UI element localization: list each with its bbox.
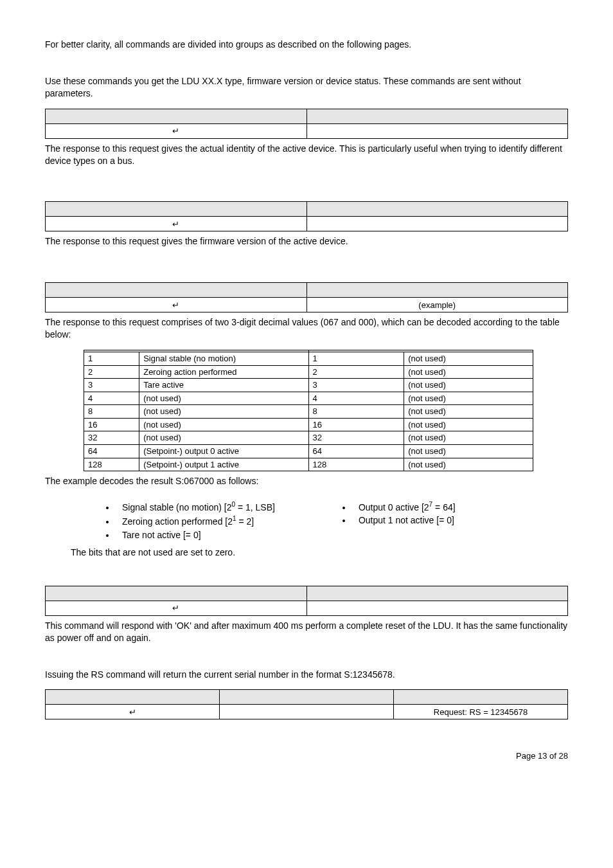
list-item: Tare not active [= 0] [116,529,275,541]
cell: (not used) [404,379,533,392]
cell: 64 [308,444,404,458]
paragraph: The response to this request gives the a… [45,143,568,167]
cell: Zeroing action performed [139,365,308,379]
response-cell [306,601,568,615]
example-cell: Request: RS = 12345678 [394,705,568,719]
cell: Tare active [139,379,308,392]
cell: (not used) [404,418,533,431]
header-cell [306,586,568,601]
cell: 32 [308,431,404,445]
cell: 4 [84,392,139,405]
cell: (not used) [404,352,533,366]
paragraph: Issuing the RS command will return the c… [45,669,568,681]
cell: (not used) [404,392,533,405]
right-bullet-list: Output 0 active [27 = 64] Output 1 not a… [352,500,456,543]
paragraph: For better clarity, all commands are div… [45,39,568,51]
header-cell [46,283,307,298]
command-table-rs: ↵ Request: RS = 12345678 [45,689,568,719]
cell: 128 [84,458,139,471]
header-cell [46,586,307,601]
cell: (not used) [404,431,533,445]
paragraph: The example decodes the result S:067000 … [45,475,568,487]
cell: 32 [84,431,139,445]
status-decode-table: 1Signal stable (no motion)1(not used)2Ze… [84,350,533,471]
header-cell [394,690,568,705]
table-row: 8(not used)8(not used) [84,405,533,419]
response-cell [220,705,394,719]
cell: (not used) [139,418,308,431]
page-footer: Page 13 of 28 [45,750,568,762]
paragraph: The response to this request gives the f… [45,235,568,248]
command-cell: ↵ [46,298,307,312]
cell: (not used) [404,444,533,458]
list-item: Output 1 not active [= 0] [352,514,456,527]
table-row: 64(Setpoint-) output 0 active64(not used… [84,444,533,458]
header-cell [46,109,307,123]
cell: (not used) [139,392,308,405]
paragraph: The response to this request comprises o… [45,316,568,341]
cell: 4 [308,392,404,405]
cell: 8 [84,405,139,419]
header-cell [306,202,568,217]
header-cell [306,109,568,123]
list-item: Output 0 active [27 = 64] [352,500,456,514]
table-row: 2Zeroing action performed2(not used) [84,365,533,379]
cell: 64 [84,444,139,458]
cell: 16 [308,418,404,431]
header-cell [220,690,394,705]
table-row: 3Tare active3(not used) [84,379,533,392]
cell: (not used) [404,365,533,379]
cell: (not used) [139,405,308,419]
cell: 2 [84,365,139,379]
cell: (not used) [404,405,533,419]
cell: 1 [308,352,404,366]
command-table-firmware: ↵ [45,201,568,231]
cell: 3 [84,379,139,392]
table-row: 1Signal stable (no motion)1(not used) [84,352,533,366]
table-row: 128(Setpoint-) output 1 active128(not us… [84,458,533,471]
list-item: Signal stable (no motion) [20 = 1, LSB] [116,500,275,514]
paragraph: This command will respond with 'OK' and … [45,620,568,644]
cell: (Setpoint-) output 1 active [139,458,308,471]
table-row: 4(not used)4(not used) [84,392,533,405]
decode-bullet-columns: Signal stable (no motion) [20 = 1, LSB] … [45,496,568,547]
command-cell: ↵ [46,601,307,615]
cell: 128 [308,458,404,471]
response-cell [306,123,568,138]
response-cell: (example) [306,298,568,312]
command-table-reset: ↵ [45,586,568,616]
cell: 1 [84,352,139,366]
command-table-status: ↵ (example) [45,282,568,312]
cell: 16 [84,418,139,431]
table-row: 32(not used)32(not used) [84,431,533,445]
cell: 8 [308,405,404,419]
cell: 2 [308,365,404,379]
command-cell: ↵ [46,217,307,231]
table-row: 16(not used)16(not used) [84,418,533,431]
list-item: Zeroing action performed [21 = 2] [116,514,275,528]
cell: (not used) [404,458,533,471]
cell: (Setpoint-) output 0 active [139,444,308,458]
header-cell [46,690,220,705]
command-cell: ↵ [46,123,307,138]
command-table-identity: ↵ [45,109,568,139]
cell: Signal stable (no motion) [139,352,308,366]
cell: (not used) [139,431,308,445]
left-bullet-list: Signal stable (no motion) [20 = 1, LSB] … [116,500,275,543]
cell: 3 [308,379,404,392]
command-cell: ↵ [46,705,220,719]
header-cell [306,283,568,298]
header-cell [46,202,307,217]
paragraph: The bits that are not used are set to ze… [71,547,568,559]
paragraph: Use these commands you get the LDU XX.X … [45,75,568,100]
response-cell [306,217,568,231]
